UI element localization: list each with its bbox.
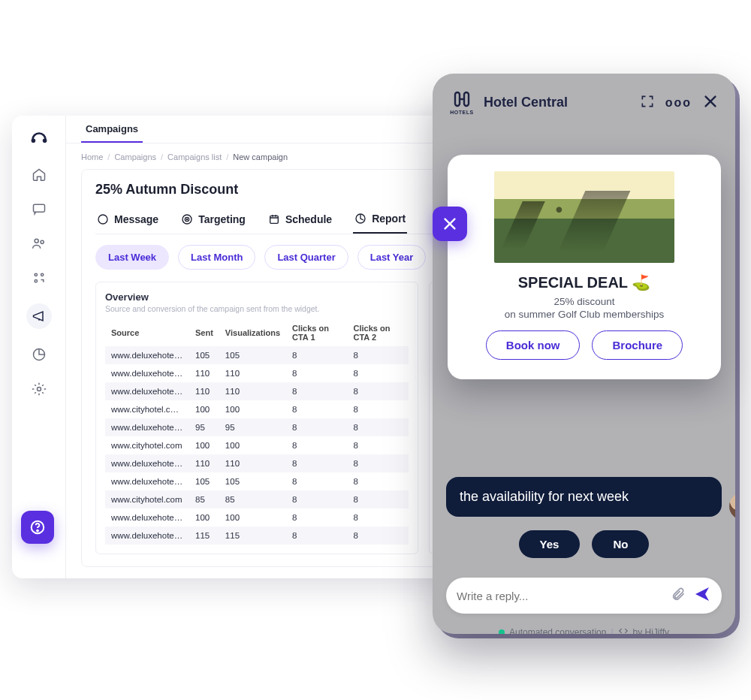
send-icon[interactable] (693, 585, 711, 606)
table-row: www.cityhotel.com/roo...10010088 (105, 400, 409, 418)
table-cell: 8 (348, 508, 409, 527)
table-cell: www.deluxehotel.com/p... (105, 527, 189, 545)
footer-credit: by HiJiffy (633, 627, 669, 634)
table-cell: 110 (189, 454, 219, 472)
book-now-button[interactable]: Book now (486, 330, 581, 360)
svg-point-3 (35, 239, 38, 243)
message-icon (97, 213, 109, 225)
table-cell: 110 (219, 382, 286, 400)
help-button[interactable] (21, 511, 54, 544)
tab-schedule[interactable]: Schedule (267, 208, 333, 234)
table-cell: 110 (219, 454, 286, 472)
table-row: www.cityhotel.com858588 (105, 490, 409, 508)
chip-last-week[interactable]: Last Week (95, 245, 169, 270)
table-cell: 105 (219, 472, 286, 490)
table-cell: 115 (189, 527, 219, 545)
table-cell: 95 (189, 418, 219, 436)
status-dot-icon (499, 629, 505, 634)
table-cell: 8 (348, 527, 409, 545)
sidebar (12, 116, 66, 578)
table-cell: www.cityhotel.com (105, 436, 189, 454)
svg-point-7 (35, 280, 37, 282)
table-cell: 85 (219, 490, 286, 508)
chat-footer: Automated conversation | by HiJiffy (433, 614, 735, 634)
composer (446, 578, 722, 614)
table-cell: 110 (219, 364, 286, 382)
table-cell: www.cityhotel.com/roo... (105, 400, 189, 418)
overview-panel: Overview Source and conversion of the ca… (95, 282, 418, 554)
table-cell: 8 (348, 382, 409, 400)
svg-rect-2 (33, 204, 44, 212)
col-viz: Visualizations (219, 319, 286, 346)
contacts-icon[interactable] (30, 234, 48, 252)
user-message-text: the availability for next week (460, 489, 629, 504)
breadcrumb-item[interactable]: Campaigns list (167, 152, 222, 161)
brochure-button[interactable]: Brochure (592, 330, 683, 360)
deal-headline: SPECIAL DEAL ⛳ (464, 273, 704, 291)
table-cell: www.cityhotel.com (105, 490, 189, 508)
table-row: www.deluxehotel.com/p...11011088 (105, 454, 409, 472)
reply-input[interactable] (457, 590, 671, 602)
tab-label: Schedule (285, 213, 332, 225)
svg-point-9 (37, 388, 41, 391)
chat-icon[interactable] (30, 200, 48, 218)
apps-icon[interactable] (30, 269, 48, 287)
table-cell: 8 (286, 364, 348, 382)
campaign-icon[interactable] (26, 303, 52, 329)
expand-icon[interactable] (640, 94, 655, 112)
report-icon (354, 213, 366, 225)
col-source: Source (105, 319, 189, 346)
topnav-tab-campaigns[interactable]: Campaigns (81, 116, 143, 143)
table-cell: 110 (189, 364, 219, 382)
table-cell: 8 (286, 472, 348, 490)
attach-icon[interactable] (671, 587, 686, 605)
deal-line2: on summer Golf Club memberships (464, 309, 704, 320)
table-cell: 100 (189, 508, 219, 527)
tab-report[interactable]: Report (353, 208, 407, 234)
table-cell: www.deluxehotel.com/p... (105, 454, 189, 472)
deal-image (494, 171, 674, 263)
table-row: www.deluxehotel.com10510588 (105, 346, 409, 364)
quick-reply-no[interactable]: No (592, 530, 649, 558)
table-cell: 85 (189, 490, 219, 508)
table-cell: 8 (286, 418, 348, 436)
tab-targeting[interactable]: Targeting (179, 208, 247, 234)
user-message-bubble: the availability for next week (446, 477, 722, 517)
close-icon[interactable] (702, 93, 719, 113)
more-icon[interactable]: ooo (665, 96, 692, 110)
svg-point-13 (186, 219, 187, 219)
chip-last-month[interactable]: Last Month (178, 245, 255, 270)
settings-icon[interactable] (30, 380, 48, 398)
table-cell: 8 (286, 454, 348, 472)
table-cell: 8 (348, 364, 409, 382)
svg-point-5 (35, 273, 37, 276)
table-cell: 100 (189, 400, 219, 418)
svg-rect-14 (270, 216, 279, 223)
app-logo (29, 128, 50, 149)
analytics-icon[interactable] (30, 345, 48, 364)
tab-message[interactable]: Message (95, 208, 160, 234)
quick-reply-yes[interactable]: Yes (519, 530, 581, 558)
home-icon[interactable] (30, 165, 48, 183)
table-cell: 8 (348, 472, 409, 490)
table-cell: 115 (219, 527, 286, 545)
chip-last-quarter[interactable]: Last Quarter (264, 245, 348, 270)
table-cell: 100 (189, 436, 219, 454)
table-cell: 8 (348, 436, 409, 454)
table-cell: www.deluxehotel.com (105, 382, 189, 400)
chip-last-year[interactable]: Last Year (357, 245, 427, 270)
table-cell: 110 (189, 382, 219, 400)
table-row: www.deluxehotel.com/r...11011088 (105, 364, 409, 382)
table-cell: www.deluxehotel.com/a... (105, 508, 189, 527)
col-sent: Sent (189, 319, 219, 346)
table-row: www.deluxehotel.com11011088 (105, 382, 409, 400)
svg-point-17 (37, 530, 38, 532)
deal-line1: 25% discount (464, 296, 704, 307)
breadcrumb-item[interactable]: Home (81, 152, 103, 161)
chat-title: Hotel Central (484, 95, 568, 110)
table-cell: 8 (286, 382, 348, 400)
widget-close-button[interactable] (433, 207, 467, 241)
breadcrumb-item[interactable]: Campaigns (114, 152, 156, 161)
table-cell: 8 (286, 527, 348, 545)
svg-point-4 (41, 240, 44, 243)
